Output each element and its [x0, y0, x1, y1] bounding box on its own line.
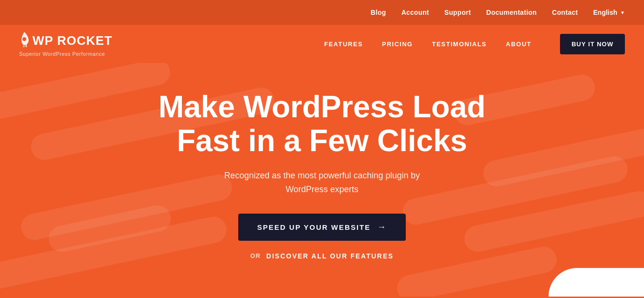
blog-link[interactable]: Blog	[370, 9, 386, 16]
bottom-curve-decoration	[549, 268, 644, 297]
cta-button-label: SPEED UP YOUR WEBSITE	[257, 223, 370, 231]
support-link[interactable]: Support	[444, 9, 471, 16]
nav-testimonials[interactable]: TESTIMONIALS	[432, 41, 487, 48]
chevron-down-icon: ▼	[620, 10, 625, 15]
svg-point-0	[22, 37, 26, 41]
language-selector[interactable]: English ▼	[593, 9, 625, 16]
deco-shape-9	[46, 203, 173, 255]
cta-speed-up-button[interactable]: SPEED UP YOUR WEBSITE →	[238, 214, 406, 241]
nav-features[interactable]: FEATURES	[324, 41, 363, 48]
top-bar: Blog Account Support Documentation Conta…	[0, 0, 644, 25]
arrow-right-icon: →	[377, 222, 387, 232]
hero-subtitle: Recognized as the most powerful caching …	[222, 169, 422, 196]
contact-link[interactable]: Contact	[552, 9, 578, 16]
deco-shape-7	[462, 189, 644, 254]
discover-link-area: OR DISCOVER ALL OUR FEATURES	[250, 252, 393, 260]
nav-pricing[interactable]: PRICING	[382, 41, 413, 48]
logo-area[interactable]: WP ROCKET Superior WordPress Performance	[19, 31, 112, 57]
logo-brand: WP ROCKET	[32, 34, 112, 47]
account-link[interactable]: Account	[401, 9, 429, 16]
discover-features-link[interactable]: DISCOVER ALL OUR FEATURES	[266, 252, 394, 260]
main-nav: WP ROCKET Superior WordPress Performance…	[0, 25, 644, 63]
nav-about[interactable]: ABOUT	[506, 41, 532, 48]
documentation-link[interactable]: Documentation	[486, 9, 537, 16]
rocket-icon	[19, 31, 30, 50]
language-label: English	[593, 9, 618, 16]
hero-section: Make WordPress Load Fast in a Few Clicks…	[0, 63, 644, 297]
deco-shape-10	[19, 172, 234, 242]
nav-links: FEATURES PRICING TESTIMONIALS ABOUT BUY …	[324, 40, 625, 48]
deco-shape-4	[401, 154, 630, 227]
or-label: OR	[250, 252, 261, 259]
buy-now-button[interactable]: BUY IT NOW	[560, 34, 625, 54]
hero-title: Make WordPress Load Fast in a Few Clicks	[131, 90, 513, 157]
deco-shape-8	[395, 244, 559, 297]
deco-shape-6	[0, 214, 229, 295]
logo-subtitle: Superior WordPress Performance	[19, 51, 112, 57]
